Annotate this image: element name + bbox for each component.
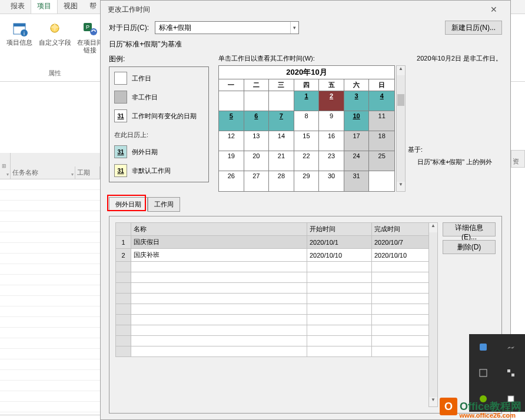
details-button[interactable]: 详细信息(E)... bbox=[443, 222, 496, 236]
tab-report[interactable]: 报表 bbox=[5, 0, 31, 14]
tab-view[interactable]: 视图 bbox=[58, 0, 84, 14]
col-resources[interactable]: 资 bbox=[511, 150, 525, 168]
cal-dow: 四 bbox=[294, 79, 320, 91]
cal-day[interactable]: 10 bbox=[344, 111, 370, 131]
calendar-combo-value: 标准+假期 bbox=[159, 23, 191, 33]
cal-day[interactable]: 14 bbox=[269, 131, 294, 151]
table-row[interactable]: 2国庆补班2020/10/102020/10/10 bbox=[116, 249, 437, 262]
calendar-combo[interactable]: 标准+假期 ▾ bbox=[155, 21, 299, 34]
cal-day[interactable]: 6 bbox=[244, 111, 270, 131]
cal-day[interactable]: 25 bbox=[369, 151, 394, 171]
cal-day[interactable]: 18 bbox=[369, 131, 394, 151]
table-row[interactable] bbox=[116, 336, 437, 346]
cal-day[interactable]: 24 bbox=[344, 151, 370, 171]
project-info-label: 项目信息 bbox=[6, 39, 32, 46]
tray-icon-1[interactable] bbox=[469, 334, 497, 360]
cal-day[interactable]: 19 bbox=[219, 151, 244, 171]
cal-day[interactable] bbox=[244, 91, 270, 111]
cal-day[interactable] bbox=[219, 91, 244, 111]
cal-day[interactable]: 29 bbox=[294, 171, 320, 191]
table-row[interactable] bbox=[116, 315, 437, 325]
cal-day[interactable]: 11 bbox=[369, 111, 394, 131]
svg-text:i: i bbox=[24, 31, 25, 36]
scroll-up-icon[interactable]: ▲ bbox=[397, 66, 405, 75]
cal-day[interactable]: 12 bbox=[219, 131, 244, 151]
cal-day[interactable]: 2 bbox=[319, 91, 344, 111]
dialog-title: 更改工作时间 bbox=[108, 5, 150, 15]
cal-day[interactable]: 4 bbox=[369, 91, 394, 111]
cal-day[interactable] bbox=[269, 91, 294, 111]
cal-day[interactable]: 3 bbox=[344, 91, 370, 111]
cal-day[interactable]: 31 bbox=[344, 171, 370, 191]
calendar: 2020年10月 一二三四五六日 12345678910111213141516… bbox=[218, 65, 395, 192]
table-row[interactable] bbox=[116, 272, 437, 283]
cal-day[interactable]: 15 bbox=[294, 131, 320, 151]
watermark: O Office教程网 www.office26.com bbox=[440, 398, 521, 415]
cal-day[interactable]: 1 bbox=[294, 91, 320, 111]
table-row[interactable] bbox=[116, 325, 437, 336]
tray-icon-2[interactable] bbox=[497, 334, 526, 360]
cal-day[interactable]: 5 bbox=[219, 111, 244, 131]
info-date-text: 2020年10月2日 是非工作日。 bbox=[408, 54, 502, 63]
cal-day[interactable]: 30 bbox=[319, 171, 344, 191]
svg-rect-10 bbox=[507, 369, 510, 372]
col-mode[interactable]: ⊞▾ bbox=[0, 153, 11, 179]
cal-day[interactable]: 28 bbox=[269, 171, 294, 191]
custom-fields-button[interactable]: 自定义字段 bbox=[38, 16, 72, 49]
svg-text:P: P bbox=[86, 24, 89, 30]
scroll-up-icon[interactable]: ▲ bbox=[429, 223, 437, 232]
cal-day[interactable]: 13 bbox=[244, 131, 270, 151]
table-row[interactable]: 1国庆假日2020/10/12020/10/7 bbox=[116, 236, 437, 249]
basedon-value: 日历"标准+假期" 上的例外 bbox=[408, 158, 502, 166]
cal-dow: 一 bbox=[219, 79, 244, 91]
scroll-down-icon[interactable]: ▼ bbox=[397, 182, 405, 191]
table-row[interactable] bbox=[116, 262, 437, 272]
project-info-button[interactable]: i 项目信息 bbox=[2, 16, 36, 49]
cal-day[interactable]: 7 bbox=[269, 111, 294, 131]
tab-workweeks[interactable]: 工作周 bbox=[148, 197, 180, 212]
svg-rect-1 bbox=[14, 24, 25, 26]
new-calendar-button[interactable]: 新建日历(N)... bbox=[445, 21, 502, 35]
cal-day[interactable]: 26 bbox=[219, 171, 244, 191]
chevron-down-icon: ▾ bbox=[290, 22, 296, 34]
cal-day[interactable]: 20 bbox=[244, 151, 270, 171]
exception-table[interactable]: 名称 开始时间 完成时间 1国庆假日2020/10/12020/10/72国庆补… bbox=[115, 222, 437, 357]
tray-icon-4[interactable] bbox=[497, 360, 526, 386]
cal-dow: 六 bbox=[344, 79, 370, 91]
link-icon: P bbox=[81, 19, 99, 38]
table-row[interactable] bbox=[116, 304, 437, 315]
cal-day[interactable] bbox=[369, 171, 394, 191]
col-duration[interactable]: 工期 bbox=[75, 166, 100, 179]
sheet-rows[interactable] bbox=[0, 179, 100, 412]
links-label: 在项目间 链接 bbox=[77, 39, 103, 54]
cal-day[interactable]: 17 bbox=[344, 131, 370, 151]
calendar-section: 单击工作日以查看其工作时间(W): 2020年10月 一二三四五六日 12345… bbox=[218, 54, 398, 192]
tray-icon-3[interactable] bbox=[469, 360, 497, 386]
legend-changed-label: 工作时间有变化的日期 bbox=[132, 112, 197, 121]
cal-day[interactable]: 8 bbox=[294, 111, 320, 131]
cal-day[interactable]: 27 bbox=[244, 171, 270, 191]
calendar-scrollbar[interactable]: ▲ ▼ bbox=[396, 65, 406, 192]
table-row[interactable] bbox=[116, 283, 437, 294]
scroll-thumb[interactable] bbox=[397, 94, 404, 106]
delete-button[interactable]: 删除(D) bbox=[443, 240, 496, 254]
th-rownum bbox=[116, 223, 131, 236]
cal-day[interactable]: 21 bbox=[269, 151, 294, 171]
tab-project[interactable]: 项目 bbox=[31, 0, 58, 14]
scroll-down-icon[interactable]: ▼ bbox=[429, 397, 437, 406]
legend-exception-swatch: 31 bbox=[114, 145, 127, 158]
cal-day[interactable]: 22 bbox=[294, 151, 320, 171]
sheet-area: ⊞▾ 任务名称▾ 工期 bbox=[0, 82, 100, 415]
table-row[interactable] bbox=[116, 294, 437, 304]
tab-exceptions[interactable]: 例外日期 bbox=[109, 197, 148, 212]
info-icon: i bbox=[10, 19, 29, 38]
cal-day[interactable]: 9 bbox=[319, 111, 344, 131]
col-task-name[interactable]: 任务名称▾ bbox=[11, 166, 75, 179]
svg-point-7 bbox=[90, 28, 97, 35]
table-scrollbar[interactable]: ▲ ▼ bbox=[428, 222, 438, 407]
cal-day[interactable]: 23 bbox=[319, 151, 344, 171]
legend-nonwork-label: 非工作日 bbox=[132, 93, 158, 102]
table-row[interactable] bbox=[116, 346, 437, 357]
close-icon[interactable]: ✕ bbox=[482, 5, 506, 14]
cal-day[interactable]: 16 bbox=[319, 131, 344, 151]
